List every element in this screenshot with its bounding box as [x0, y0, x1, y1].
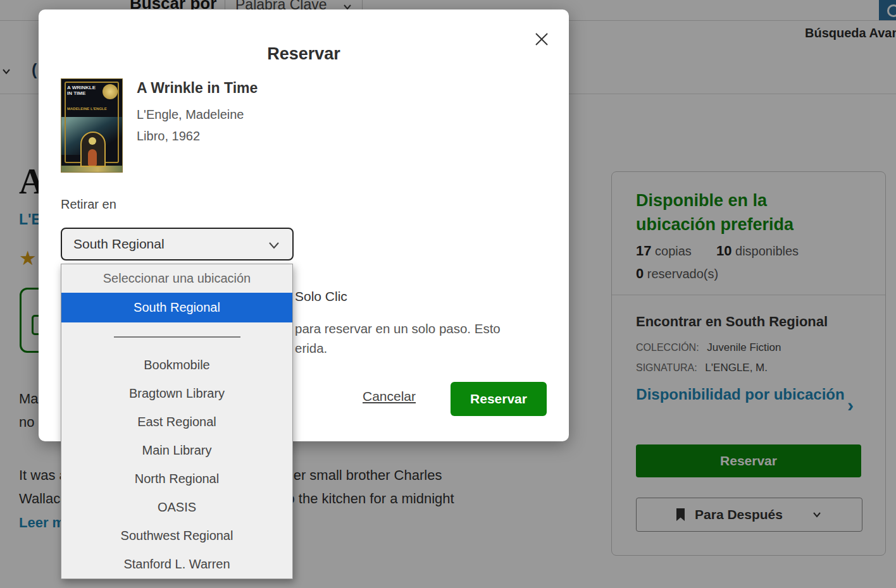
dropdown-option[interactable]: East Regional	[61, 408, 292, 436]
dropdown-option-selected[interactable]: South Regional	[61, 293, 292, 322]
book-title: A Wrinkle in Time	[137, 80, 258, 97]
pickup-location-select[interactable]: South Regional	[61, 228, 294, 260]
book-cover: A WRINKLE IN TIME MADELEINE L'ENGLE	[61, 78, 123, 173]
dropdown-option[interactable]: Southwest Regional	[61, 522, 292, 550]
book-info: A Wrinkle in Time L'Engle, Madeleine Lib…	[137, 80, 258, 144]
description-line: para reservar en un solo paso. Esto	[295, 319, 501, 338]
pickup-location-label: Retirar en	[61, 197, 116, 212]
single-click-label-fragment: Solo Clic	[295, 289, 347, 304]
newbery-medal-icon	[103, 84, 118, 99]
dropdown-divider	[61, 322, 292, 351]
dropdown-option[interactable]: OASIS	[61, 493, 292, 522]
chevron-down-icon	[267, 240, 281, 251]
modal-reserve-button[interactable]: Reservar	[451, 382, 547, 416]
dropdown-option[interactable]: Bragtown Library	[61, 379, 292, 408]
cover-art	[89, 137, 96, 145]
book-format-year: Libro, 1962	[137, 129, 258, 144]
dropdown-option[interactable]: North Regional	[61, 465, 292, 493]
description-line: erida.	[295, 338, 501, 358]
cover-title-text: A WRINKLE IN TIME	[67, 85, 99, 96]
dropdown-option[interactable]: Bookmobile	[61, 351, 292, 379]
modal-title: Reservar	[39, 44, 569, 64]
cancel-button[interactable]: Cancelar	[363, 389, 416, 404]
location-dropdown-list: Seleccionar una ubicación South Regional…	[61, 264, 293, 579]
selected-location: South Regional	[73, 236, 165, 252]
dropdown-option[interactable]: Main Library	[61, 436, 292, 465]
dropdown-option[interactable]: Stanford L. Warren	[61, 550, 292, 579]
single-click-description-fragment: para reservar en un solo paso. Esto erid…	[295, 319, 501, 358]
book-author: L'Engle, Madeleine	[137, 107, 258, 122]
cover-art	[88, 149, 97, 166]
dropdown-option-placeholder[interactable]: Seleccionar una ubicación	[61, 264, 292, 293]
cover-author-text: MADELEINE L'ENGLE	[67, 107, 111, 111]
cover-art	[80, 132, 106, 167]
